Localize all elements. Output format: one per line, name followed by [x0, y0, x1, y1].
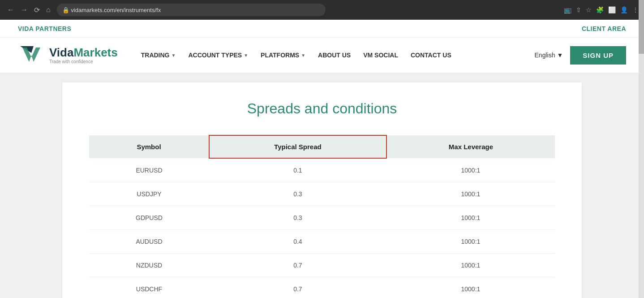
- cell-max-leverage: 1000:1: [386, 277, 555, 298]
- bookmark-icon[interactable]: ☆: [586, 6, 592, 13]
- back-button[interactable]: ←: [5, 5, 16, 15]
- chevron-down-icon: ▼: [172, 53, 176, 58]
- home-button[interactable]: ⌂: [44, 5, 52, 15]
- cast-icon[interactable]: 📺: [564, 6, 571, 13]
- page-title: Spreads and conditions: [89, 100, 555, 117]
- table-row: EURUSD 0.1 1000:1: [89, 158, 555, 182]
- col-typical-spread: Typical Spread: [209, 135, 386, 158]
- nav-item-about-us[interactable]: ABOUT US: [313, 48, 356, 62]
- nav-item-platforms[interactable]: PLATFORMS ▼: [255, 48, 311, 62]
- cell-max-leverage: 1000:1: [386, 182, 555, 206]
- logo-text: VidaMarkets Trade with confidence: [49, 47, 118, 64]
- share-icon[interactable]: ⇧: [576, 6, 581, 13]
- cell-max-leverage: 1000:1: [386, 254, 555, 277]
- address-bar[interactable]: 🔒 vidamarkets.com/en/instruments/fx: [57, 4, 326, 16]
- table-header-row: Symbol Typical Spread Max Leverage: [89, 135, 555, 158]
- menu-icon[interactable]: ⋮: [632, 6, 639, 13]
- cell-typical-spread: 0.1: [209, 158, 386, 182]
- cell-symbol: NZDUSD: [89, 254, 209, 277]
- forward-button[interactable]: →: [19, 5, 30, 15]
- cell-symbol: GDPUSD: [89, 206, 209, 230]
- extensions-icon[interactable]: 🧩: [596, 6, 604, 13]
- browser-actions: 📺 ⇧ ☆ 🧩 ⬜ 👤 ⋮: [564, 6, 639, 13]
- client-area-link[interactable]: CLIENT AREA: [582, 25, 626, 32]
- cell-typical-spread: 0.7: [209, 254, 386, 277]
- nav-item-contact-us[interactable]: CONTACT US: [405, 48, 457, 62]
- chevron-down-icon: ▼: [244, 53, 248, 58]
- col-max-leverage: Max Leverage: [386, 135, 555, 158]
- browser-nav-buttons: ← → ⟳ ⌂: [5, 5, 52, 15]
- cell-symbol: USDCHF: [89, 277, 209, 298]
- chevron-down-icon: ▼: [301, 53, 305, 58]
- cell-typical-spread: 0.4: [209, 230, 386, 254]
- logo-name: VidaMarkets: [49, 47, 118, 58]
- reload-button[interactable]: ⟳: [32, 5, 42, 15]
- logo-area[interactable]: VidaMarkets Trade with confidence: [18, 44, 118, 66]
- col-symbol: Symbol: [89, 135, 209, 158]
- cell-max-leverage: 1000:1: [386, 206, 555, 230]
- table-row: USDJPY 0.3 1000:1: [89, 182, 555, 206]
- scrollbar-thumb[interactable]: [639, 0, 644, 54]
- nav-item-vm-social[interactable]: VM SOCIAL: [358, 48, 404, 62]
- logo-tagline: Trade with confidence: [49, 59, 118, 64]
- scrollbar-track[interactable]: [639, 0, 644, 298]
- spreads-table: Symbol Typical Spread Max Leverage EURUS…: [89, 135, 555, 298]
- signup-button[interactable]: SIGN UP: [570, 46, 626, 65]
- profile-icon[interactable]: 👤: [620, 6, 628, 13]
- cell-max-leverage: 1000:1: [386, 230, 555, 254]
- cell-max-leverage: 1000:1: [386, 158, 555, 182]
- nav-right: English ▼ SIGN UP: [535, 46, 626, 65]
- table-row: GDPUSD 0.3 1000:1: [89, 206, 555, 230]
- logo-vida: Vida: [49, 46, 73, 59]
- cell-symbol: USDJPY: [89, 182, 209, 206]
- tab-view-icon[interactable]: ⬜: [608, 6, 616, 13]
- cell-typical-spread: 0.3: [209, 182, 386, 206]
- cell-typical-spread: 0.7: [209, 277, 386, 298]
- content-card: Spreads and conditions Symbol Typical Sp…: [62, 82, 582, 298]
- table-row: NZDUSD 0.7 1000:1: [89, 254, 555, 277]
- logo-markets: Markets: [73, 46, 117, 59]
- nav-item-trading[interactable]: TRADING ▼: [136, 48, 181, 62]
- logo-icon: [18, 44, 45, 66]
- cell-typical-spread: 0.3: [209, 206, 386, 230]
- url-display: 🔒 vidamarkets.com/en/instruments/fx: [62, 7, 161, 13]
- main-nav: VidaMarkets Trade with confidence TRADIN…: [0, 38, 644, 73]
- vida-partners-link[interactable]: VIDA PARTNERS: [18, 25, 71, 32]
- url-lock-icon: 🔒: [62, 7, 71, 13]
- language-selector[interactable]: English ▼: [535, 52, 563, 59]
- top-bar: VIDA PARTNERS CLIENT AREA: [0, 20, 644, 38]
- nav-item-account-types[interactable]: ACCOUNT TYPES ▼: [183, 48, 253, 62]
- table-row: USDCHF 0.7 1000:1: [89, 277, 555, 298]
- nav-links: TRADING ▼ ACCOUNT TYPES ▼ PLATFORMS ▼ AB…: [136, 48, 535, 62]
- language-label: English: [535, 52, 555, 59]
- chevron-down-icon: ▼: [557, 52, 563, 59]
- table-row: AUDUSD 0.4 1000:1: [89, 230, 555, 254]
- browser-chrome: ← → ⟳ ⌂ 🔒 vidamarkets.com/en/instruments…: [0, 0, 644, 20]
- cell-symbol: EURUSD: [89, 158, 209, 182]
- cell-symbol: AUDUSD: [89, 230, 209, 254]
- page-content: Spreads and conditions Symbol Typical Sp…: [0, 73, 644, 298]
